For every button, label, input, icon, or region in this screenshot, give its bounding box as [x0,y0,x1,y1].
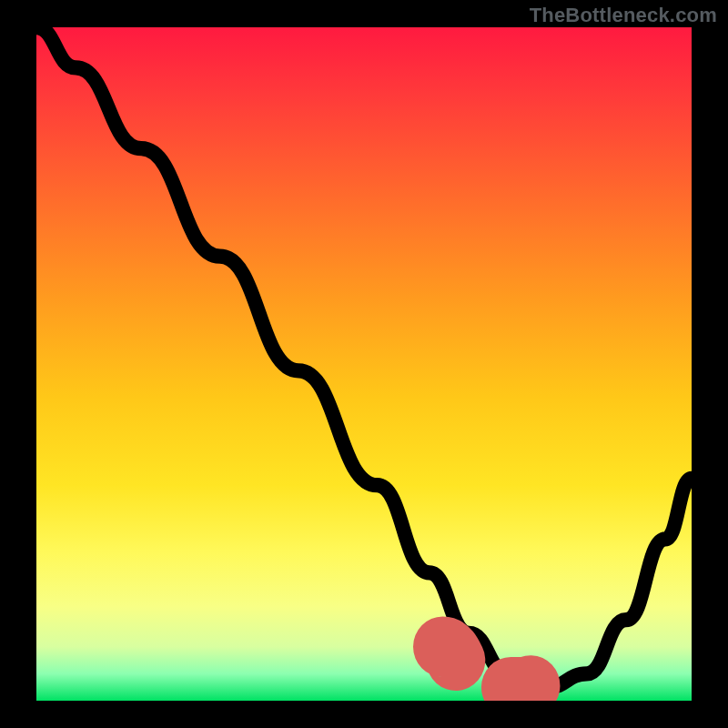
curve-layer [36,27,692,701]
watermark-text: TheBottleneck.com [530,4,717,27]
chart-frame: TheBottleneck.com [0,0,728,728]
bottleneck-curve [36,27,692,687]
plot-area [36,27,692,701]
bottom-accent-curve [442,647,573,687]
